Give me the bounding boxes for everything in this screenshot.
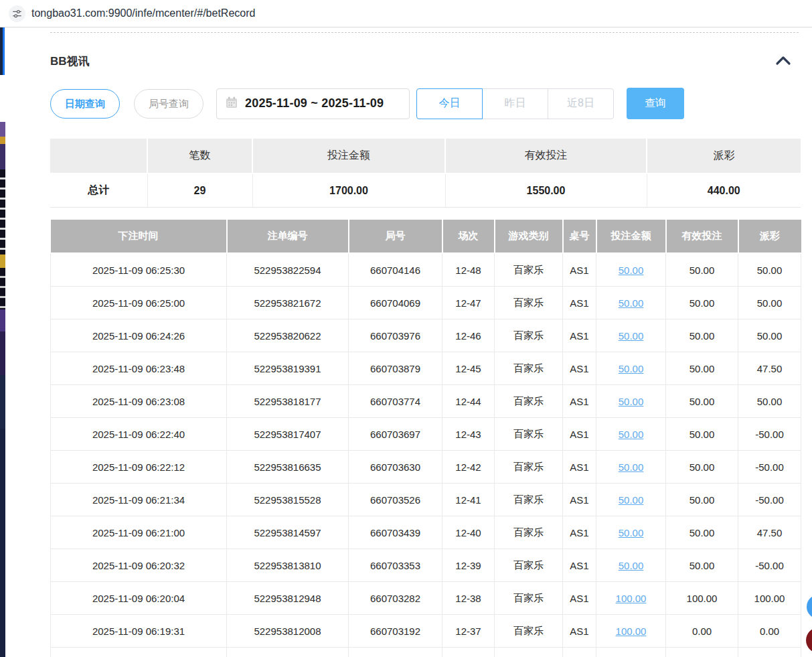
table-row: 2025-11-09 06:23:48 522953819391 6607038…	[51, 352, 801, 385]
site-settings-icon[interactable]	[9, 5, 25, 22]
cell-bet-amount: 50.00	[596, 418, 666, 451]
column-header-table-no: 桌号	[563, 220, 596, 253]
cell-bet-amount: 50.00	[596, 451, 666, 484]
quick-filter-today[interactable]: 今日	[416, 88, 483, 119]
cell-table-no: AS1	[563, 451, 596, 484]
bet-amount-link[interactable]: 50.00	[619, 494, 644, 506]
cell-round-id: 660703282	[349, 582, 442, 615]
cell-bet-id: 522953812008	[227, 615, 349, 648]
cell-bet-amount: 50.00	[596, 319, 666, 352]
cell-bet-time: 2025-11-09 06:24:26	[51, 319, 227, 352]
cell-bet-amount: 50.00	[596, 352, 666, 385]
cell-session: 12-38	[442, 582, 495, 615]
column-header-session: 场次	[442, 220, 495, 253]
cell-payout: -50.00	[738, 549, 801, 582]
bet-amount-link[interactable]: 50.00	[619, 396, 644, 407]
column-header-bet-time: 下注时间	[51, 220, 227, 253]
cell-session: 12-44	[442, 385, 495, 418]
cell-payout: 100.00	[738, 582, 801, 615]
dashed-divider	[50, 32, 799, 33]
bet-amount-link[interactable]: 100.00	[616, 593, 647, 604]
cell-bet-id: 522953817407	[227, 418, 349, 451]
cell-valid-bet: 50.00	[666, 287, 738, 319]
cell-session: 12-47	[442, 287, 495, 319]
cell-bet-id: 522953815528	[227, 484, 349, 516]
date-range-picker[interactable]: 2025-11-09 ~ 2025-11-09	[216, 88, 410, 119]
summary-header-blank	[50, 139, 147, 173]
table-row: 2025-11-09 06:24:26 522953820622 6607039…	[51, 319, 801, 352]
cell-bet-amount: 50.00	[596, 385, 666, 418]
cell-game-type: 百家乐	[495, 484, 563, 516]
cell-session: 12-48	[442, 253, 495, 287]
cell-round-id: 660703192	[349, 615, 442, 648]
cell-payout: -100.00	[738, 648, 801, 657]
collapse-button[interactable]	[775, 56, 791, 66]
cell-round-id: 660703976	[349, 319, 442, 352]
cell-table-no: AS1	[563, 648, 596, 657]
cell-session: 12-43	[442, 418, 495, 451]
bet-amount-link[interactable]: 50.00	[619, 429, 644, 440]
cell-bet-time: 2025-11-09 06:23:48	[51, 352, 227, 385]
quick-filter-last8days[interactable]: 近8日	[548, 88, 614, 119]
url-text[interactable]: tongbao31.com:9900/infe/mcenter/#/betRec…	[31, 0, 255, 27]
cell-bet-amount: 50.00	[596, 549, 666, 582]
cell-payout: 50.00	[738, 287, 801, 319]
bet-record-table: 下注时间 注单编号 局号 场次 游戏类别 桌号 投注金额 有效投注 派彩 202…	[50, 220, 801, 657]
bet-amount-link[interactable]: 50.00	[619, 330, 644, 342]
cell-valid-bet: 50.00	[666, 385, 738, 418]
quick-filter-yesterday[interactable]: 昨日	[482, 88, 548, 119]
cell-bet-id: 522953819391	[227, 352, 349, 385]
cell-valid-bet: 100.00	[666, 582, 738, 615]
cell-bet-id: 522953814597	[227, 516, 349, 549]
summary-total-bet-amount: 1700.00	[252, 173, 445, 208]
round-query-tab[interactable]: 局号查询	[134, 89, 204, 119]
table-row: 2025-11-09 06:20:04 522953812948 6607032…	[51, 582, 801, 615]
summary-total-row: 总计 29 1700.00 1550.00 440.00	[50, 173, 801, 208]
cell-round-id: 660704146	[349, 253, 442, 287]
summary-total-valid-bet: 1550.00	[445, 173, 647, 208]
bet-amount-link[interactable]: 100.00	[616, 626, 647, 637]
cell-game-type: 百家乐	[495, 582, 563, 615]
cell-bet-amount: 50.00	[596, 484, 666, 516]
cell-payout: 47.50	[738, 352, 801, 385]
cell-round-id: 660703774	[349, 385, 442, 418]
cell-valid-bet: 50.00	[666, 319, 738, 352]
cell-table-no: AS1	[563, 582, 596, 615]
cell-bet-id: 522953820622	[227, 319, 349, 352]
bet-amount-link[interactable]: 50.00	[619, 265, 644, 276]
cell-valid-bet: 0.00	[666, 615, 738, 648]
cell-session: 12-42	[442, 451, 495, 484]
cell-bet-time: 2025-11-09 06:20:32	[51, 549, 227, 582]
bet-amount-link[interactable]: 50.00	[619, 297, 644, 309]
date-query-tab[interactable]: 日期查询	[50, 89, 120, 119]
cell-game-type: 百家乐	[495, 319, 563, 352]
bet-amount-link[interactable]: 50.00	[619, 560, 644, 571]
summary-header-bet-amount: 投注金额	[252, 139, 445, 173]
bet-amount-link[interactable]: 50.00	[619, 527, 644, 538]
cell-game-type: 百家乐	[495, 253, 563, 287]
cell-bet-time: 2025-11-09 06:22:12	[51, 451, 227, 484]
cell-game-type: 百家乐	[495, 549, 563, 582]
cell-bet-amount: 100.00	[596, 615, 666, 648]
bet-record-panel: BB视讯 日期查询 局号查询	[5, 27, 812, 657]
search-button[interactable]: 查询	[627, 88, 684, 119]
cell-bet-amount: 50.00	[596, 253, 666, 287]
column-header-payout: 派彩	[738, 220, 801, 253]
cell-game-type: 百家乐	[495, 287, 563, 319]
cell-payout: 50.00	[738, 385, 801, 418]
bet-amount-link[interactable]: 50.00	[619, 461, 644, 473]
cell-payout: -50.00	[738, 418, 801, 451]
bet-amount-link[interactable]: 50.00	[619, 363, 644, 374]
cell-payout: 50.00	[738, 319, 801, 352]
cell-bet-time: 2025-11-09 06:21:34	[51, 484, 227, 516]
summary-total-payout: 440.00	[647, 173, 801, 208]
cell-game-type: 百家乐	[495, 385, 563, 418]
cell-table-no: AS1	[563, 319, 596, 352]
cell-bet-time: 2025-11-09 06:25:30	[51, 253, 227, 287]
cell-bet-id: 522953812948	[227, 582, 349, 615]
cell-round-id: 660703526	[349, 484, 442, 516]
summary-header-valid-bet: 有效投注	[445, 139, 647, 173]
cell-game-type: 百家乐	[495, 516, 563, 549]
cell-session: 12-41	[442, 484, 495, 516]
cell-bet-amount: 50.00	[596, 287, 666, 319]
